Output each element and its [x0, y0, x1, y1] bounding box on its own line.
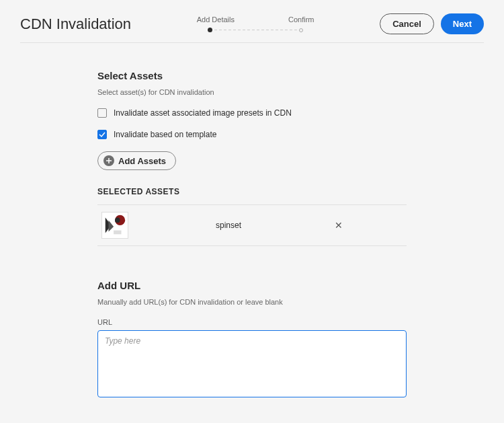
wizard-steps: Add Details Confirm [197, 15, 314, 32]
plus-circle-icon [103, 155, 114, 166]
url-input[interactable] [97, 330, 407, 397]
step-dot-end [299, 28, 303, 32]
selected-assets-title: SELECTED ASSETS [97, 187, 407, 196]
select-assets-title: Select Assets [97, 70, 407, 81]
header-buttons: Cancel Next [380, 13, 484, 34]
add-url-title: Add URL [97, 280, 407, 291]
step-add-details: Add Details [197, 15, 235, 24]
asset-thumbnail [101, 212, 128, 239]
step-confirm: Confirm [288, 15, 314, 24]
steps-track-line [208, 28, 303, 32]
asset-list: spinset ✕ [97, 204, 407, 246]
asset-row: spinset ✕ [97, 205, 407, 245]
url-label: URL [97, 318, 407, 326]
cancel-button[interactable]: Cancel [380, 13, 434, 34]
select-assets-desc: Select asset(s) for CDN invalidation [97, 88, 407, 96]
checkbox-template-label: Invalidate based on template [114, 130, 216, 139]
close-icon: ✕ [335, 220, 343, 231]
check-icon [99, 131, 106, 138]
remove-asset-button[interactable]: ✕ [329, 220, 349, 231]
page-header: CDN Invalidation Add Details Confirm Can… [20, 13, 484, 43]
checkbox-template-row: Invalidate based on template [97, 130, 407, 139]
checkbox-image-presets[interactable] [97, 108, 107, 118]
next-button[interactable]: Next [441, 13, 484, 34]
add-url-desc: Manually add URL(s) for CDN invalidation… [97, 298, 407, 306]
step-dot-active [208, 28, 212, 32]
add-url-section: Add URL Manually add URL(s) for CDN inva… [97, 280, 407, 400]
checkbox-image-presets-label: Invalidate asset associated image preset… [114, 108, 292, 118]
asset-name: spinset [136, 221, 321, 230]
svg-rect-3 [114, 231, 121, 235]
page-title: CDN Invalidation [20, 15, 131, 33]
svg-point-2 [115, 218, 120, 223]
main-content: Select Assets Select asset(s) for CDN in… [20, 43, 484, 400]
checkbox-image-presets-row: Invalidate asset associated image preset… [97, 108, 407, 118]
add-assets-label: Add Assets [118, 156, 166, 166]
add-assets-button[interactable]: Add Assets [97, 151, 176, 170]
checkbox-template[interactable] [97, 130, 107, 139]
